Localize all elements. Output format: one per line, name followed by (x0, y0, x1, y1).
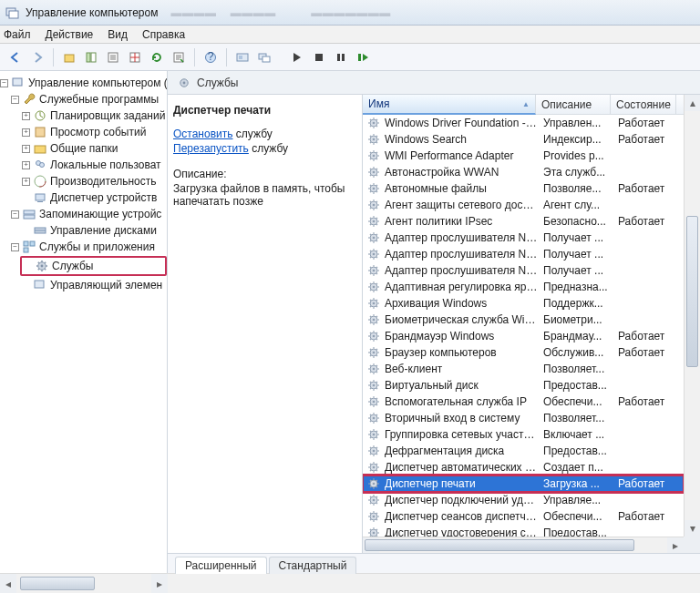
service-row[interactable]: Адаптер прослушивателя Net.PipeПолучает … (363, 246, 684, 262)
tab-standard[interactable]: Стандартный (269, 557, 357, 574)
menu-help[interactable]: Справка (142, 28, 185, 41)
service-row[interactable]: Автономные файлыПозволяе...Работает (363, 180, 684, 197)
service-row[interactable]: Архивация WindowsПоддержк... (363, 295, 684, 312)
tree-wmi[interactable]: Управляющий элемен (50, 279, 162, 291)
stop-button[interactable] (309, 47, 329, 67)
service-cell-description: Биометри... (538, 313, 612, 326)
service-cell-description: Предостав... (538, 445, 612, 457)
service-cell-description: Предостав... (538, 379, 612, 392)
pause-button[interactable] (331, 47, 351, 67)
service-row[interactable]: Диспетчер печатиЗагрузка ...Работает (363, 475, 684, 492)
service-cell-name: Брандмауэр Windows (385, 330, 538, 343)
service-row[interactable]: Группировка сетевых участниковВключает .… (363, 426, 684, 443)
show-hide-tree-button[interactable] (81, 47, 101, 67)
service-row[interactable]: Агент политики IPsecБезопасно...Работает (363, 213, 684, 230)
restart-link[interactable]: Перезапустить (173, 142, 249, 155)
refresh-button[interactable] (147, 47, 167, 67)
console-button[interactable] (232, 47, 252, 67)
col-name[interactable]: Имя▲ (363, 95, 536, 115)
up-button[interactable] (59, 47, 79, 67)
tree-systools[interactable]: Служебные программы (39, 93, 159, 106)
tree-perf[interactable]: Производительность (50, 175, 156, 188)
play-button[interactable] (287, 47, 307, 67)
horizontal-scrollbar[interactable]: ◂▸ (363, 537, 684, 553)
svg-rect-15 (337, 54, 340, 61)
service-cell-state: Работает (612, 395, 678, 408)
service-row[interactable]: Адаптер прослушивателя Net.TcpПолучает .… (363, 262, 684, 279)
col-state[interactable]: Состояние (611, 95, 676, 115)
device-icon (33, 190, 47, 205)
tree-scheduler[interactable]: Планировщик заданий (50, 109, 165, 122)
tree-shared[interactable]: Общие папки (50, 142, 118, 155)
tree-services[interactable]: Службы (52, 260, 93, 272)
svg-rect-29 (24, 215, 35, 219)
restart-button[interactable] (353, 47, 373, 67)
menu-file[interactable]: Файл (4, 28, 31, 41)
service-row[interactable]: Диспетчер сеансов диспетчера о...Обеспеч… (363, 508, 684, 525)
nav-tree[interactable]: Управление компьютером (л Служебные прог… (0, 71, 168, 573)
service-row[interactable]: Диспетчер подключений удален...Управляе.… (363, 492, 684, 508)
properties-button[interactable] (103, 47, 123, 67)
service-row[interactable]: Диспетчер автоматических подк...Создает … (363, 459, 684, 475)
service-cell-name: Адаптер прослушивателя Net.Pipe (385, 248, 538, 261)
service-row[interactable]: Веб-клиентПозволяет... (363, 361, 684, 377)
stop-link[interactable]: Остановить (173, 128, 233, 140)
menu-view[interactable]: Вид (108, 28, 128, 41)
tree-storage[interactable]: Запоминающие устройс (39, 208, 161, 220)
svg-rect-11 (239, 56, 242, 59)
clock-icon (33, 108, 47, 123)
gear-icon (366, 116, 381, 130)
help-button[interactable]: ? (201, 47, 221, 67)
service-cell-name: Диспетчер удостоверения сетев... (385, 527, 538, 537)
service-row[interactable]: Вторичный вход в системуПозволяет... (363, 410, 684, 426)
tree-svcapps[interactable]: Службы и приложения (39, 240, 155, 253)
vertical-scrollbar[interactable]: ▴▾ (684, 95, 700, 537)
service-cell-state: Работает (612, 215, 678, 228)
service-row[interactable]: Вспомогательная служба IPОбеспечи...Рабо… (363, 394, 684, 410)
toolbar: ? (0, 44, 700, 71)
service-row[interactable]: Windows SearchИндексир...Работает (363, 131, 684, 148)
service-list[interactable]: Имя▲ Описание Состояние Windows Driver F… (363, 95, 700, 553)
col-description[interactable]: Описание (536, 95, 611, 115)
forward-button[interactable] (27, 47, 47, 67)
menu-action[interactable]: Действие (46, 28, 94, 41)
service-row[interactable]: Виртуальный дискПредостав... (363, 377, 684, 394)
gear-icon (366, 427, 381, 442)
service-row[interactable]: Агент защиты сетевого доступаАгент слу..… (363, 197, 684, 213)
service-row[interactable]: Диспетчер удостоверения сетев...Предоста… (363, 525, 684, 537)
service-cell-name: Вторичный вход в систему (385, 412, 538, 424)
back-button[interactable] (5, 47, 26, 67)
service-row[interactable]: Адаптивная регулировка яркостиПредназна.… (363, 279, 684, 295)
svg-rect-27 (37, 201, 43, 202)
tab-extended[interactable]: Расширенный (175, 557, 267, 574)
service-cell-description: Получает ... (538, 248, 612, 261)
svg-rect-21 (35, 146, 46, 153)
gear-icon (366, 230, 381, 245)
service-row[interactable]: Браузер компьютеровОбслужив...Работает (363, 344, 684, 361)
service-row[interactable]: Биометрическая служба WindowsБиометри... (363, 312, 684, 328)
svg-point-48 (373, 188, 376, 190)
gear-icon (366, 148, 381, 163)
description-label: Описание: (173, 168, 356, 180)
svg-rect-16 (342, 54, 345, 61)
service-row[interactable]: Дефрагментация дискаПредостав... (363, 443, 684, 459)
service-row[interactable]: Адаптер прослушивателя Net.M...Получает … (363, 230, 684, 246)
tree-eventvwr[interactable]: Просмотр событий (50, 126, 146, 138)
tree-hscroll[interactable]: ◂▸ (0, 573, 700, 593)
svg-rect-28 (24, 210, 35, 214)
service-row[interactable]: Windows Driver Foundation - User...Управ… (363, 115, 684, 131)
export-button[interactable] (125, 47, 145, 67)
service-row[interactable]: WMI Performance AdapterProvides p... (363, 148, 684, 164)
service-row[interactable]: Автонастройка WWANЭта служб... (363, 164, 684, 180)
service-cell-name: WMI Performance Adapter (385, 149, 538, 162)
service-cell-description: Обслужив... (538, 346, 612, 359)
tree-localusers[interactable]: Локальные пользоват (50, 158, 161, 171)
new-window-button[interactable] (254, 47, 274, 67)
service-row[interactable]: Брандмауэр WindowsБрандмау...Работает (363, 328, 684, 344)
tree-diskmgr[interactable]: Управление дисками (50, 224, 157, 237)
export-list-button[interactable] (169, 47, 189, 67)
tree-devmgr[interactable]: Диспетчер устройств (50, 191, 157, 204)
svg-point-35 (41, 265, 44, 268)
tree-root[interactable]: Управление компьютером (л (28, 77, 168, 89)
svg-point-84 (373, 483, 376, 486)
